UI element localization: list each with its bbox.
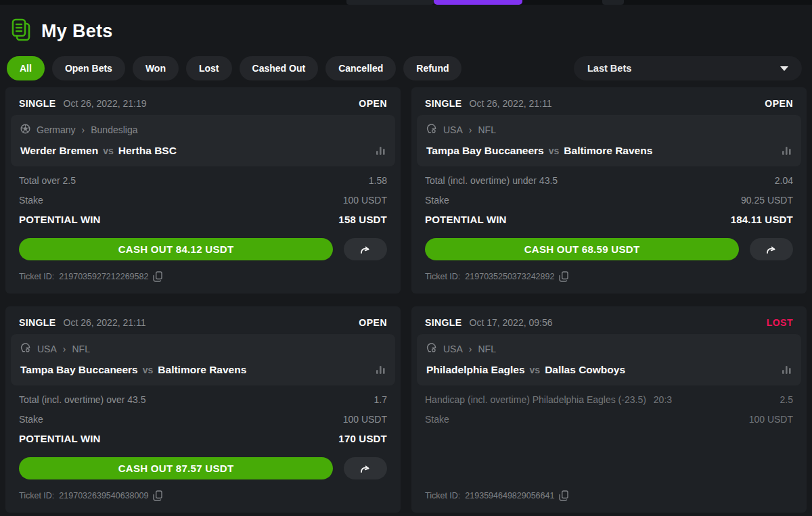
match-teams: Philadelphia Eagles vs Dallas Cowboys xyxy=(426,364,792,376)
copy-icon[interactable] xyxy=(153,271,162,282)
selection-label: Total over 2.5 xyxy=(19,175,76,186)
bet-card: SINGLE Oct 26, 2022, 21:11 OPEN USA › NF… xyxy=(411,87,807,294)
stake-row: Stake 100 USDT xyxy=(19,195,387,206)
share-arrow-icon xyxy=(358,463,373,475)
vs-separator: vs xyxy=(549,145,560,156)
match-stats-icon[interactable] xyxy=(782,365,792,375)
filter-pill-lost[interactable]: Lost xyxy=(186,56,232,80)
copy-icon[interactable] xyxy=(559,271,568,282)
breadcrumb-separator: › xyxy=(63,344,66,354)
nav-tab-fragment[interactable] xyxy=(602,0,624,5)
bet-card: SINGLE Oct 26, 2022, 21:11 OPEN USA › NF… xyxy=(5,306,401,513)
stake-row: Stake 100 USDT xyxy=(19,414,387,425)
share-button[interactable] xyxy=(344,457,387,479)
ticket-id-label: Ticket ID: xyxy=(425,272,460,281)
category-league: NFL xyxy=(72,344,89,354)
cashout-button[interactable]: CASH OUT 84.12 USDT xyxy=(19,238,333,260)
match-score: 20:3 xyxy=(654,394,672,405)
card-actions: CASH OUT 68.59 USDT xyxy=(425,238,793,260)
share-arrow-icon xyxy=(358,243,373,256)
selection-label: Handicap (incl. overtime) Philadelphia E… xyxy=(425,394,646,405)
status-badge: OPEN xyxy=(359,317,387,328)
home-team: Tampa Bay Buccaneers xyxy=(426,145,544,157)
share-button[interactable] xyxy=(750,238,793,260)
selection-row: Handicap (incl. overtime) Philadelphia E… xyxy=(425,394,793,405)
cashout-button[interactable]: CASH OUT 68.59 USDT xyxy=(425,238,739,260)
filter-bar: All Open Bets Won Lost Cashed Out Cancel… xyxy=(0,53,812,87)
page-header: My Bets xyxy=(0,5,812,53)
bet-card-header: SINGLE Oct 26, 2022, 21:11 OPEN xyxy=(19,315,387,334)
match-category: USA › NFL xyxy=(426,124,792,136)
away-team: Baltimore Ravens xyxy=(158,364,246,376)
football-helmet-icon xyxy=(426,343,437,355)
bet-card-header: SINGLE Oct 26, 2022, 21:11 OPEN xyxy=(425,96,793,115)
stake-value: 90.25 USDT xyxy=(741,195,793,206)
match-stats-icon[interactable] xyxy=(782,146,792,156)
filter-pill-cashed-out[interactable]: Cashed Out xyxy=(240,56,319,80)
home-team: Philadelphia Eagles xyxy=(426,364,525,376)
potential-win-label: POTENTIAL WIN xyxy=(19,214,101,225)
nav-tab-fragment[interactable] xyxy=(346,0,434,5)
cashout-button[interactable]: CASH OUT 87.57 USDT xyxy=(19,457,333,479)
selection-row: Total (incl. overtime) over 43.5 1.7 xyxy=(19,394,387,405)
bet-date: Oct 26, 2022, 21:19 xyxy=(64,98,147,109)
category-league: NFL xyxy=(478,344,495,354)
sort-dropdown[interactable]: Last Bets xyxy=(574,56,802,80)
match-category: USA › NFL xyxy=(426,343,792,355)
match-panel[interactable]: Germany › Bundesliga Werder Bremen vs He… xyxy=(11,115,395,166)
page-title: My Bets xyxy=(41,21,113,42)
bet-cards-grid: SINGLE Oct 26, 2022, 21:19 OPEN Germany … xyxy=(0,87,812,513)
away-team: Hertha BSC xyxy=(118,145,177,157)
breadcrumb-separator: › xyxy=(82,124,85,135)
chevron-down-icon xyxy=(780,66,788,71)
category-league: NFL xyxy=(478,124,495,135)
status-badge: OPEN xyxy=(765,98,793,109)
filter-pill-open-bets[interactable]: Open Bets xyxy=(52,56,125,80)
potential-win-row: POTENTIAL WIN 158 USDT xyxy=(19,214,387,225)
ticket-row: Ticket ID: 2197035927212269582 xyxy=(19,271,387,294)
match-panel[interactable]: USA › NFL Tampa Bay Buccaneers vs Baltim… xyxy=(417,115,801,166)
bet-card: SINGLE Oct 26, 2022, 21:19 OPEN Germany … xyxy=(5,87,401,294)
top-nav-bar xyxy=(0,0,812,5)
stake-label: Stake xyxy=(425,195,449,206)
bet-card: SINGLE Oct 17, 2022, 09:56 LOST USA › NF… xyxy=(411,306,807,513)
filter-pill-won[interactable]: Won xyxy=(133,56,179,80)
ticket-row: Ticket ID: 2197032639540638009 xyxy=(19,490,387,513)
filter-pill-all[interactable]: All xyxy=(7,56,45,80)
category-country: USA xyxy=(37,344,57,354)
selection-label: Total (incl. overtime) under 43.5 xyxy=(425,175,558,186)
match-stats-icon[interactable] xyxy=(376,146,386,156)
selection-label: Total (incl. overtime) over 43.5 xyxy=(19,394,146,405)
potential-win-row: POTENTIAL WIN 170 USDT xyxy=(19,433,387,444)
match-category: Germany › Bundesliga xyxy=(20,124,386,136)
selection-odds: 2.5 xyxy=(780,394,793,405)
potential-win-label: POTENTIAL WIN xyxy=(425,214,507,225)
vs-separator: vs xyxy=(143,365,154,375)
share-arrow-icon xyxy=(764,243,779,256)
vs-separator: vs xyxy=(103,145,114,156)
match-panel[interactable]: USA › NFL Tampa Bay Buccaneers vs Baltim… xyxy=(11,334,395,385)
ticket-id-value: 2197035250373242892 xyxy=(465,272,554,281)
bet-type-label: SINGLE xyxy=(425,317,462,328)
match-panel[interactable]: USA › NFL Philadelphia Eagles vs Dallas … xyxy=(417,334,801,385)
copy-icon[interactable] xyxy=(559,490,568,501)
ticket-id-label: Ticket ID: xyxy=(19,491,54,500)
selection-odds: 1.58 xyxy=(369,175,387,186)
stake-label: Stake xyxy=(425,414,449,425)
filter-pill-refund[interactable]: Refund xyxy=(403,56,461,80)
bet-type-label: SINGLE xyxy=(19,317,56,328)
card-actions: CASH OUT 84.12 USDT xyxy=(19,238,387,260)
filter-pill-cancelled[interactable]: Cancelled xyxy=(325,56,396,80)
stake-value: 100 USDT xyxy=(749,414,793,425)
match-stats-icon[interactable] xyxy=(376,365,386,375)
stake-value: 100 USDT xyxy=(343,195,387,206)
selection-odds: 2.04 xyxy=(775,175,793,186)
stake-row: Stake 90.25 USDT xyxy=(425,195,793,206)
potential-win-row: POTENTIAL WIN 184.11 USDT xyxy=(425,214,793,225)
nav-active-button-fragment[interactable] xyxy=(434,0,522,5)
copy-icon[interactable] xyxy=(153,490,162,501)
football-helmet-icon xyxy=(426,124,437,136)
potential-win-value: 170 USDT xyxy=(338,433,387,444)
soccer-icon xyxy=(20,124,30,136)
share-button[interactable] xyxy=(344,238,387,260)
